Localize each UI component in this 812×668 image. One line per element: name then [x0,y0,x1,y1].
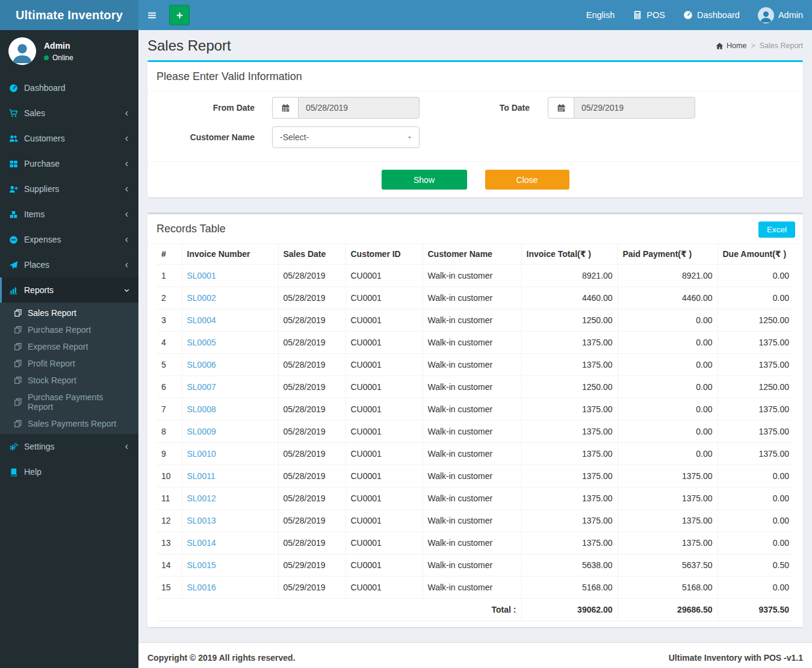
sales-date: 05/28/2019 [278,287,346,309]
sidebar-item-expenses[interactable]: Expenses [0,227,138,252]
chevron-left-icon [123,262,130,268]
from-date-group [272,97,420,119]
sidebar-subitem-purchase-report[interactable]: Purchase Report [0,321,138,338]
invoice-link[interactable]: SL0007 [187,382,216,392]
sidebar-subitem-purchase-payments-report[interactable]: Purchase Payments Report [0,389,138,415]
avatar [8,37,36,65]
customer-name: Walk-in customer [423,398,521,421]
chevron-left-icon [123,110,130,117]
table-row: 4SL000505/28/2019CU0001Walk-in customer1… [157,332,794,354]
table-row: 13SL001405/28/2019CU0001Walk-in customer… [157,532,794,554]
excel-button[interactable]: Excel [758,221,795,238]
invoice-link[interactable]: SL0011 [187,471,215,481]
language-menu[interactable]: English [577,0,624,30]
from-date-label: From Date [157,97,255,119]
invoice-link[interactable]: SL0016 [187,583,216,592]
sidebar-item-suppliers[interactable]: Suppliers [0,176,138,202]
invoice-total: 1250.00 [521,376,618,398]
paid-payment: 0.00 [618,376,717,398]
column-header-due-amount: Due Amount(₹ ) [717,244,794,265]
due-amount: 1250.00 [717,376,794,398]
due-amount: 1375.00 [717,354,794,376]
chevron-left-icon [123,211,130,218]
sidebar-subitem-profit-report[interactable]: Profit Report [0,355,138,372]
invoice-total: 5638.00 [521,554,618,577]
sidebar-item-dashboard[interactable]: Dashboard [0,75,138,101]
customer-select[interactable]: -Select- [272,126,420,148]
invoice-link[interactable]: SL0001 [187,271,216,280]
filter-actions: Show Close [147,161,803,197]
add-button[interactable] [169,5,190,25]
navbar-right: English POS Dashboard Admin [577,0,812,30]
customer-name: Walk-in customer [423,443,521,465]
chevron-left-icon [123,135,130,142]
invoice-link[interactable]: SL0012 [187,493,216,503]
sidebar-item-sales[interactable]: Sales [0,101,138,126]
table-row: 6SL000705/28/2019CU0001Walk-in customer1… [157,376,794,398]
sales-date: 05/28/2019 [278,398,346,421]
breadcrumb-home-link[interactable]: Home [716,42,746,50]
copy-icon [14,342,22,351]
sidebar-item-label: Help [24,467,42,477]
row-index: 14 [157,554,182,577]
invoice-link[interactable]: SL0010 [187,449,216,459]
user-menu[interactable]: Admin [749,0,812,30]
due-amount: 0.00 [717,465,794,487]
show-button[interactable]: Show [382,170,467,190]
invoice-total: 8921.00 [521,265,618,287]
sidebar-subitem-sales-report[interactable]: Sales Report [0,305,138,321]
row-index: 12 [157,510,182,532]
row-index: 9 [157,443,182,465]
invoice-link[interactable]: SL0008 [187,404,216,414]
due-amount: 0.00 [717,265,794,287]
invoice-link[interactable]: SL0014 [187,538,216,548]
invoice-number: SL0014 [182,532,278,554]
invoice-total: 1375.00 [521,510,618,532]
paid-payment: 4460.00 [618,287,717,309]
invoice-total: 1375.00 [521,443,618,465]
online-status-icon [44,55,49,60]
sidebar-item-items[interactable]: Items [0,202,138,227]
sidebar-item-help[interactable]: Help [0,459,138,484]
invoice-link[interactable]: SL0015 [187,560,216,570]
sidebar-item-reports[interactable]: Reports [0,277,138,303]
close-button[interactable]: Close [485,170,569,190]
sidebar-item-label: Expenses [24,235,61,244]
invoice-link[interactable]: SL0002 [187,293,216,303]
invoice-link[interactable]: SL0006 [187,360,216,370]
sidebar-item-places[interactable]: Places [0,252,138,277]
sales-date: 05/28/2019 [278,265,346,287]
customer-id: CU0001 [346,421,423,443]
column-header-invoice-total: Invoice Total(₹ ) [521,244,618,265]
sidebar-item-customers[interactable]: Customers [0,126,138,151]
table-row: 9SL001005/28/2019CU0001Walk-in customer1… [157,443,794,465]
sidebar-toggle-button[interactable] [138,0,165,30]
home-icon [716,42,724,50]
sidebar-item-settings[interactable]: Settings [0,434,138,459]
invoice-link[interactable]: SL0013 [187,516,216,525]
chevron-left-icon [123,161,130,167]
sales-date: 05/29/2019 [278,554,346,577]
sidebar-subitem-label: Purchase Report [28,325,91,335]
breadcrumb: Home > Sales Report [716,42,803,50]
to-date-input[interactable] [574,97,695,119]
app-logo[interactable]: Ultimate Inventory [0,0,138,30]
due-amount: 1250.00 [717,309,794,332]
sidebar-item-purchase[interactable]: Purchase [0,151,138,176]
invoice-link[interactable]: SL0009 [187,427,216,436]
invoice-link[interactable]: SL0004 [187,315,216,325]
pos-link[interactable]: POS [624,0,674,30]
invoice-link[interactable]: SL0005 [187,338,216,347]
from-date-input[interactable] [298,97,420,119]
sales-date: 05/28/2019 [278,376,346,398]
sidebar-subitem-stock-report[interactable]: Stock Report [0,372,138,389]
dashboard-link[interactable]: Dashboard [674,0,749,30]
table-row: 3SL000405/28/2019CU0001Walk-in customer1… [157,309,794,332]
customer-id: CU0001 [346,443,423,465]
sidebar-item-label: Places [24,260,49,270]
sidebar-subitem-expense-report[interactable]: Expense Report [0,338,138,355]
row-index: 11 [157,487,182,510]
filter-panel: Please Enter Valid Information From Date… [147,60,803,197]
chevron-left-icon [123,186,130,193]
sidebar-subitem-sales-payments-report[interactable]: Sales Payments Report [0,415,138,432]
